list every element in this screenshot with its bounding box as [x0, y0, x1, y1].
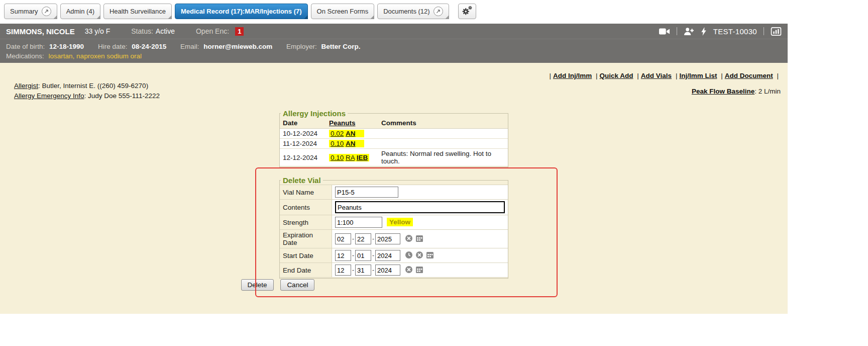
injection-comments: Peanuts: Normal red swelling. Hot to tou… — [378, 149, 508, 166]
separator: | — [721, 72, 723, 79]
end-day-input[interactable] — [355, 265, 371, 276]
link-quick-add[interactable]: Quick Add — [600, 72, 633, 79]
patient-id: TEST-10030 — [713, 27, 757, 36]
injection-date: 11-12-2024 — [280, 139, 326, 149]
time-icon[interactable] — [405, 253, 413, 261]
expiration-day-input[interactable] — [355, 233, 371, 244]
dose-link[interactable]: 0.02 — [331, 130, 344, 137]
start-day-input[interactable] — [355, 250, 371, 261]
field-label: Expiration Date — [280, 230, 332, 248]
delete-button[interactable]: Delete — [241, 279, 274, 291]
injections-table: Date Peanuts Comments 10-12-2024 0.02 AN… — [280, 118, 508, 166]
dose-highlight: 0.02 AN — [329, 130, 364, 137]
tab-health-surveillance[interactable]: Health Surveillance — [103, 4, 172, 19]
link-add-vials[interactable]: Add Vials — [641, 72, 672, 79]
contents-input[interactable] — [335, 201, 505, 213]
injection-code-link[interactable]: AN — [346, 140, 356, 147]
dob-label: Date of birth: — [6, 43, 45, 50]
dose-highlight: 0.10 RA IEB — [329, 154, 369, 161]
tab-documents[interactable]: Documents (12) — [377, 4, 449, 19]
allergy-injections-panel: Allergy Injections Date Peanuts Comments… — [279, 109, 508, 167]
field-label: Vial Name — [280, 185, 332, 200]
tab-label: Documents (12) — [383, 8, 429, 15]
end-month-input[interactable] — [335, 265, 351, 276]
popout-icon[interactable] — [433, 7, 443, 16]
status-value: Active — [156, 27, 175, 35]
allergist-block: Allergist: Butler, Internist E. ((260) 4… — [14, 81, 160, 101]
tab-label: Admin (4) — [66, 8, 94, 15]
date-separator: - — [352, 235, 354, 242]
app-window: Summary Admin (4) Health Surveillance Me… — [0, 0, 788, 314]
end-year-input[interactable] — [375, 265, 400, 276]
expiration-month-input[interactable] — [335, 233, 351, 244]
column-comments: Comments — [378, 118, 508, 129]
peak-flow-value: : 2 L/min — [754, 88, 781, 95]
injection-row: 12-12-2024 0.10 RA IEB Peanuts: Normal r… — [280, 149, 508, 166]
settings-gear-button[interactable] — [458, 4, 476, 19]
injection-date: 12-12-2024 — [280, 149, 326, 166]
expiration-year-input[interactable] — [375, 233, 400, 244]
divider — [764, 27, 764, 35]
open-enc-label: Open Enc: — [196, 27, 229, 35]
lightning-icon[interactable] — [701, 27, 707, 36]
gears-icon — [462, 5, 473, 18]
hire-date-label: Hire date: — [98, 43, 128, 50]
field-label: Contents — [280, 200, 332, 215]
injection-row: 10-12-2024 0.02 AN — [280, 129, 508, 139]
video-camera-icon[interactable] — [659, 28, 670, 35]
clear-icon[interactable] — [405, 268, 413, 275]
medication-link[interactable]: naproxen sodium oral — [76, 52, 142, 60]
field-label: End Date — [280, 263, 332, 278]
tab-label: Medical Record (17):MAR/Injections (7) — [181, 8, 302, 15]
injection-date: 10-12-2024 — [280, 129, 326, 139]
allergist-link[interactable]: Allergist — [14, 82, 38, 90]
link-add-inj-imm[interactable]: Add Inj/Imm — [553, 72, 592, 79]
divider — [677, 27, 677, 35]
dose-link[interactable]: 0.10 — [331, 140, 344, 147]
clear-icon[interactable] — [405, 236, 413, 244]
tab-admin[interactable]: Admin (4) — [60, 4, 100, 19]
cancel-button[interactable]: Cancel — [280, 279, 314, 291]
injection-code-link[interactable]: IEB — [357, 154, 368, 161]
medication-link[interactable]: losartan — [49, 52, 73, 60]
link-inj-imm-list[interactable]: Inj/Imm List — [679, 72, 717, 79]
calendar-icon[interactable] — [426, 253, 434, 261]
clear-icon[interactable] — [415, 253, 423, 261]
column-substance-link[interactable]: Peanuts — [329, 119, 356, 127]
tab-summary[interactable]: Summary — [4, 4, 57, 19]
email-value: horner@mieweb.com — [203, 43, 272, 50]
tab-on-screen-forms[interactable]: On Screen Forms — [311, 4, 375, 19]
delete-vial-panel: Delete Vial Vial Name Contents Strength … — [279, 176, 508, 279]
calendar-icon[interactable] — [415, 236, 423, 244]
panel-title: Allergy Injections — [281, 109, 348, 118]
employer-label: Employer: — [286, 43, 317, 50]
tab-medical-record[interactable]: Medical Record (17):MAR/Injections (7) — [175, 4, 308, 19]
strength-input[interactable] — [335, 217, 382, 228]
popout-icon[interactable] — [42, 7, 51, 16]
patient-age-sex: 33 y/o F — [85, 27, 111, 35]
calendar-icon[interactable] — [415, 268, 423, 275]
bar-chart-icon[interactable] — [771, 27, 782, 36]
main-content: |Add Inj/Imm |Quick Add |Add Vials |Inj/… — [0, 63, 788, 314]
link-add-document[interactable]: Add Document — [725, 72, 773, 79]
separator: | — [637, 72, 639, 79]
injection-code-link[interactable]: AN — [346, 130, 356, 137]
action-links: |Add Inj/Imm |Quick Add |Add Vials |Inj/… — [548, 72, 781, 79]
allergy-emergency-link[interactable]: Allergy Emergency Info — [14, 92, 84, 100]
date-separator: - — [372, 235, 374, 242]
tab-label: On Screen Forms — [317, 8, 369, 15]
injection-dose-cell: 0.02 AN — [326, 129, 378, 139]
dose-link[interactable]: 0.10 — [331, 154, 344, 161]
date-separator: - — [352, 267, 354, 274]
vial-name-input[interactable] — [335, 187, 398, 198]
link-peak-flow-baseline[interactable]: Peak Flow Baseline — [692, 88, 754, 95]
start-year-input[interactable] — [375, 250, 400, 261]
column-date: Date — [280, 118, 326, 129]
allergy-emergency-value: : Judy Doe 555-111-2222 — [84, 92, 160, 100]
delete-vial-form: Vial Name Contents Strength Yellow Expir… — [280, 185, 508, 278]
add-person-icon[interactable] — [684, 27, 694, 36]
start-month-input[interactable] — [335, 250, 351, 261]
hire-date-value: 08-24-2015 — [132, 43, 166, 50]
open-enc-badge[interactable]: 1 — [235, 27, 244, 36]
medication-separator: , — [73, 52, 77, 60]
